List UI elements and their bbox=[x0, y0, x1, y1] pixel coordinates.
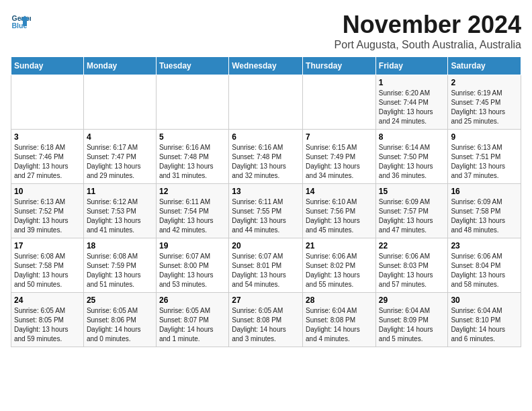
day-info: Sunrise: 6:06 AM Sunset: 8:02 PM Dayligh… bbox=[306, 252, 373, 289]
day-number: 6 bbox=[232, 132, 300, 142]
day-info: Sunrise: 6:12 AM Sunset: 7:53 PM Dayligh… bbox=[87, 197, 153, 235]
calendar-cell: 1Sunrise: 6:20 AM Sunset: 7:44 PM Daylig… bbox=[375, 75, 448, 130]
day-info: Sunrise: 6:04 AM Sunset: 8:10 PM Dayligh… bbox=[451, 306, 518, 344]
calendar-cell: 24Sunrise: 6:05 AM Sunset: 8:05 PM Dayli… bbox=[11, 293, 84, 347]
day-info: Sunrise: 6:05 AM Sunset: 8:08 PM Dayligh… bbox=[232, 306, 300, 344]
day-info: Sunrise: 6:08 AM Sunset: 7:59 PM Dayligh… bbox=[87, 252, 153, 289]
day-info: Sunrise: 6:06 AM Sunset: 8:04 PM Dayligh… bbox=[451, 252, 518, 289]
day-number: 16 bbox=[451, 187, 518, 196]
day-info: Sunrise: 6:16 AM Sunset: 7:48 PM Dayligh… bbox=[232, 143, 300, 181]
calendar-cell: 11Sunrise: 6:12 AM Sunset: 7:53 PM Dayli… bbox=[83, 184, 156, 238]
day-number: 27 bbox=[232, 295, 300, 305]
day-number: 4 bbox=[87, 132, 153, 142]
calendar-cell: 27Sunrise: 6:05 AM Sunset: 8:08 PM Dayli… bbox=[229, 293, 303, 347]
day-info: Sunrise: 6:05 AM Sunset: 8:07 PM Dayligh… bbox=[159, 306, 226, 344]
calendar-cell bbox=[83, 75, 156, 130]
calendar-cell: 17Sunrise: 6:08 AM Sunset: 7:58 PM Dayli… bbox=[11, 238, 84, 293]
calendar-cell: 5Sunrise: 6:16 AM Sunset: 7:48 PM Daylig… bbox=[156, 130, 228, 184]
day-number: 21 bbox=[306, 241, 373, 250]
day-number: 14 bbox=[306, 187, 373, 196]
day-info: Sunrise: 6:07 AM Sunset: 8:00 PM Dayligh… bbox=[159, 252, 226, 289]
day-number: 15 bbox=[379, 187, 445, 196]
day-number: 28 bbox=[306, 295, 373, 305]
day-number: 23 bbox=[451, 241, 518, 250]
calendar-cell: 15Sunrise: 6:09 AM Sunset: 7:57 PM Dayli… bbox=[375, 184, 448, 238]
weekday-header-cell: Wednesday bbox=[229, 57, 303, 75]
day-info: Sunrise: 6:06 AM Sunset: 8:03 PM Dayligh… bbox=[379, 252, 445, 289]
day-info: Sunrise: 6:13 AM Sunset: 7:52 PM Dayligh… bbox=[14, 197, 81, 235]
calendar-week-row: 10Sunrise: 6:13 AM Sunset: 7:52 PM Dayli… bbox=[11, 184, 521, 238]
calendar-week-row: 17Sunrise: 6:08 AM Sunset: 7:58 PM Dayli… bbox=[11, 238, 521, 293]
day-number: 10 bbox=[14, 187, 81, 196]
calendar-cell: 9Sunrise: 6:13 AM Sunset: 7:51 PM Daylig… bbox=[448, 130, 521, 184]
day-info: Sunrise: 6:11 AM Sunset: 7:54 PM Dayligh… bbox=[159, 197, 226, 235]
day-number: 22 bbox=[379, 241, 445, 250]
calendar-cell bbox=[156, 75, 228, 130]
calendar-cell: 29Sunrise: 6:04 AM Sunset: 8:09 PM Dayli… bbox=[375, 293, 448, 347]
day-info: Sunrise: 6:18 AM Sunset: 7:46 PM Dayligh… bbox=[14, 143, 81, 181]
calendar-title: November 2024 bbox=[335, 11, 521, 39]
calendar-cell: 16Sunrise: 6:09 AM Sunset: 7:58 PM Dayli… bbox=[448, 184, 521, 238]
day-number: 29 bbox=[379, 295, 445, 305]
day-info: Sunrise: 6:05 AM Sunset: 8:06 PM Dayligh… bbox=[87, 306, 153, 344]
day-info: Sunrise: 6:13 AM Sunset: 7:51 PM Dayligh… bbox=[451, 143, 518, 181]
day-number: 5 bbox=[159, 132, 226, 142]
day-number: 11 bbox=[87, 187, 153, 196]
day-info: Sunrise: 6:08 AM Sunset: 7:58 PM Dayligh… bbox=[14, 252, 81, 289]
weekday-header-row: SundayMondayTuesdayWednesdayThursdayFrid… bbox=[11, 57, 521, 75]
calendar-cell: 25Sunrise: 6:05 AM Sunset: 8:06 PM Dayli… bbox=[83, 293, 156, 347]
day-number: 17 bbox=[14, 241, 81, 250]
day-number: 13 bbox=[232, 187, 300, 196]
calendar-cell: 20Sunrise: 6:07 AM Sunset: 8:01 PM Dayli… bbox=[229, 238, 303, 293]
calendar-cell: 10Sunrise: 6:13 AM Sunset: 7:52 PM Dayli… bbox=[11, 184, 84, 238]
calendar-cell: 22Sunrise: 6:06 AM Sunset: 8:03 PM Dayli… bbox=[375, 238, 448, 293]
calendar-cell: 12Sunrise: 6:11 AM Sunset: 7:54 PM Dayli… bbox=[156, 184, 228, 238]
day-number: 25 bbox=[87, 295, 153, 305]
day-info: Sunrise: 6:14 AM Sunset: 7:50 PM Dayligh… bbox=[379, 143, 445, 181]
day-info: Sunrise: 6:11 AM Sunset: 7:55 PM Dayligh… bbox=[232, 197, 300, 235]
day-info: Sunrise: 6:20 AM Sunset: 7:44 PM Dayligh… bbox=[379, 89, 445, 126]
weekday-header-cell: Sunday bbox=[11, 57, 84, 75]
day-number: 7 bbox=[306, 132, 373, 142]
calendar-cell bbox=[11, 75, 84, 130]
calendar-cell: 4Sunrise: 6:17 AM Sunset: 7:47 PM Daylig… bbox=[83, 130, 156, 184]
weekday-header-cell: Friday bbox=[375, 57, 448, 75]
day-number: 1 bbox=[379, 78, 445, 87]
calendar-cell bbox=[229, 75, 303, 130]
calendar-week-row: 24Sunrise: 6:05 AM Sunset: 8:05 PM Dayli… bbox=[11, 293, 521, 347]
weekday-header-cell: Monday bbox=[83, 57, 156, 75]
logo-icon: General Blue bbox=[11, 11, 31, 31]
day-number: 18 bbox=[87, 241, 153, 250]
weekday-header-cell: Thursday bbox=[303, 57, 376, 75]
day-number: 2 bbox=[451, 78, 518, 87]
weekday-header-cell: Tuesday bbox=[156, 57, 228, 75]
calendar-table: SundayMondayTuesdayWednesdayThursdayFrid… bbox=[11, 56, 521, 347]
calendar-cell: 23Sunrise: 6:06 AM Sunset: 8:04 PM Dayli… bbox=[448, 238, 521, 293]
day-number: 20 bbox=[232, 241, 300, 250]
title-area: November 2024 Port Augusta, South Austra… bbox=[335, 11, 521, 51]
calendar-week-row: 1Sunrise: 6:20 AM Sunset: 7:44 PM Daylig… bbox=[11, 75, 521, 130]
calendar-cell bbox=[303, 75, 376, 130]
calendar-cell: 28Sunrise: 6:04 AM Sunset: 8:08 PM Dayli… bbox=[303, 293, 376, 347]
calendar-cell: 14Sunrise: 6:10 AM Sunset: 7:56 PM Dayli… bbox=[303, 184, 376, 238]
weekday-header-cell: Saturday bbox=[448, 57, 521, 75]
day-number: 26 bbox=[159, 295, 226, 305]
calendar-cell: 30Sunrise: 6:04 AM Sunset: 8:10 PM Dayli… bbox=[448, 293, 521, 347]
calendar-week-row: 3Sunrise: 6:18 AM Sunset: 7:46 PM Daylig… bbox=[11, 130, 521, 184]
day-info: Sunrise: 6:04 AM Sunset: 8:09 PM Dayligh… bbox=[379, 306, 445, 344]
day-number: 12 bbox=[159, 187, 226, 196]
calendar-cell: 8Sunrise: 6:14 AM Sunset: 7:50 PM Daylig… bbox=[375, 130, 448, 184]
calendar-cell: 26Sunrise: 6:05 AM Sunset: 8:07 PM Dayli… bbox=[156, 293, 228, 347]
calendar-cell: 21Sunrise: 6:06 AM Sunset: 8:02 PM Dayli… bbox=[303, 238, 376, 293]
calendar-cell: 6Sunrise: 6:16 AM Sunset: 7:48 PM Daylig… bbox=[229, 130, 303, 184]
day-number: 19 bbox=[159, 241, 226, 250]
day-info: Sunrise: 6:09 AM Sunset: 7:58 PM Dayligh… bbox=[451, 197, 518, 235]
day-number: 24 bbox=[14, 295, 81, 305]
day-info: Sunrise: 6:04 AM Sunset: 8:08 PM Dayligh… bbox=[306, 306, 373, 344]
day-info: Sunrise: 6:19 AM Sunset: 7:45 PM Dayligh… bbox=[451, 89, 518, 126]
day-info: Sunrise: 6:17 AM Sunset: 7:47 PM Dayligh… bbox=[87, 143, 153, 181]
calendar-cell: 7Sunrise: 6:15 AM Sunset: 7:49 PM Daylig… bbox=[303, 130, 376, 184]
calendar-cell: 3Sunrise: 6:18 AM Sunset: 7:46 PM Daylig… bbox=[11, 130, 84, 184]
page-header: General Blue November 2024 Port Augusta,… bbox=[11, 11, 521, 51]
day-number: 8 bbox=[379, 132, 445, 142]
